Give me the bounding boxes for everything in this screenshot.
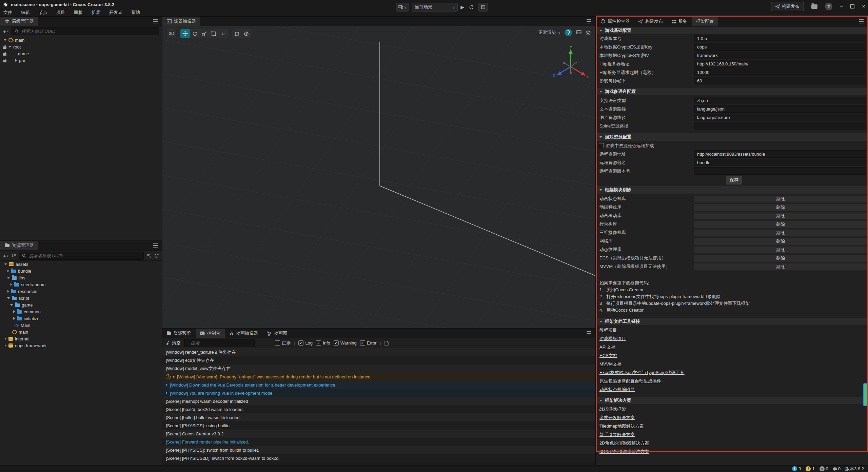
link-tutorial-project[interactable]: 教程项目 xyxy=(599,326,617,334)
reload-button[interactable] xyxy=(467,3,476,11)
tree-node-internal[interactable]: internal xyxy=(0,335,162,342)
section-module-trim[interactable]: 框架模块剔除 xyxy=(596,186,868,194)
remote-version-input[interactable] xyxy=(694,167,866,175)
tree-node-root[interactable]: root xyxy=(0,43,162,50)
trim-dynamic-texture-button[interactable]: 剔除 xyxy=(694,246,867,254)
menu-file[interactable]: 文件 xyxy=(3,9,12,16)
console-search[interactable] xyxy=(184,339,255,347)
section-doc-links[interactable]: 框架文档工具链接 xyxy=(596,318,868,325)
game-version-input[interactable] xyxy=(694,35,866,42)
tree-node-oops-framework[interactable]: oops-framework xyxy=(0,342,162,349)
menu-node[interactable]: 节点 xyxy=(39,9,47,16)
image-res-path-input[interactable] xyxy=(694,114,866,121)
link-guide[interactable]: 新手引导解决方案 xyxy=(599,431,635,439)
filter-warning-checkbox[interactable]: ✓Warning xyxy=(334,340,357,346)
chevron-down-icon[interactable] xyxy=(10,304,13,306)
languages-input[interactable] xyxy=(694,97,866,104)
expand-chevron-icon[interactable] xyxy=(166,392,167,394)
help-icon[interactable]: ? xyxy=(825,3,832,10)
tab-property-inspector[interactable]: 属性检查器 xyxy=(596,17,634,26)
chevron-down-icon[interactable] xyxy=(7,297,10,299)
link-excel-tool[interactable]: Excel格式转Json文件与TypeScript代码工具 xyxy=(599,369,685,377)
hierarchy-menu-icon[interactable] xyxy=(153,21,158,22)
tab-build-publish[interactable]: 构建发布 xyxy=(634,17,667,26)
log-file-icon[interactable] xyxy=(384,341,389,346)
chevron-down-icon[interactable] xyxy=(4,263,7,265)
tab-console[interactable]: 控制台 xyxy=(196,329,225,338)
tab-services[interactable]: 服务 xyxy=(667,17,692,26)
log-row[interactable]: [Scene] meshopt wasm decoder initialized xyxy=(162,397,595,405)
section-i18n-config[interactable]: 游戏多语言配置 xyxy=(596,88,868,95)
chevron-right-icon[interactable] xyxy=(15,59,17,62)
render-mode-dropdown[interactable]: 正常渲染 ∨ xyxy=(538,29,560,36)
tree-node-common[interactable]: common xyxy=(0,308,162,315)
mode-3d-button[interactable]: 3D xyxy=(166,29,177,38)
maximize-button[interactable] xyxy=(850,4,854,8)
chevron-down-icon[interactable] xyxy=(7,277,10,279)
tab-animation-editor[interactable]: 动画编辑器 xyxy=(225,329,262,338)
trim-effect-button[interactable]: 剔除 xyxy=(694,204,867,211)
tree-node-game-folder[interactable]: game xyxy=(0,301,162,308)
menu-developer[interactable]: 开发者 xyxy=(109,9,122,16)
tab-hierarchy[interactable]: 层级管理器 xyxy=(0,17,38,26)
assets-menu-icon[interactable] xyxy=(153,245,158,246)
log-row[interactable]: [Scene] [PHYSICS2D]: switch from box2d-w… xyxy=(162,454,595,462)
crypto-iv-input[interactable] xyxy=(694,52,866,59)
trim-animator-button[interactable]: 剔除 xyxy=(694,195,867,203)
build-publish-button[interactable]: 构建发布 xyxy=(771,2,804,11)
link-animator-editor[interactable]: 动画状态机编辑器 xyxy=(599,386,635,394)
sort-icon[interactable] xyxy=(12,253,16,258)
frame-debug-button[interactable] xyxy=(478,3,488,12)
link-api-docs[interactable]: API文档 xyxy=(599,343,615,351)
trim-network-button[interactable]: 剔除 xyxy=(694,238,867,245)
clear-console-button[interactable]: 清空 xyxy=(166,340,181,346)
status-info[interactable]: i 3 xyxy=(792,466,801,471)
tree-node-script[interactable]: script xyxy=(0,295,162,301)
move-tool-button[interactable] xyxy=(180,29,190,38)
tree-node-game[interactable]: game xyxy=(0,50,162,57)
tree-node-gui[interactable]: gui xyxy=(0,57,162,64)
lighting-toggle-button[interactable] xyxy=(565,29,572,36)
fps-input[interactable] xyxy=(694,77,866,84)
tab-asset-preview[interactable]: 资源预览 xyxy=(162,329,196,338)
tab-animation-graph[interactable]: 动画图 xyxy=(262,329,292,338)
filter-info-checkbox[interactable]: ✓Info xyxy=(316,340,330,346)
assets-search-input[interactable] xyxy=(28,253,141,259)
tree-node-main-scene[interactable]: main xyxy=(0,329,162,335)
chevron-right-icon[interactable] xyxy=(5,344,6,347)
chevron-down-icon[interactable] xyxy=(4,39,6,41)
trim-mvvm-button[interactable]: 剔除 xyxy=(694,263,867,271)
orientation-gizmo[interactable]: Y X Z xyxy=(550,46,591,86)
trim-ecs-button[interactable]: 剔除 xyxy=(694,255,867,262)
log-row-info[interactable]: [Window] Download the Vue Devtools exten… xyxy=(162,381,595,389)
console-menu-icon[interactable] xyxy=(587,333,591,334)
play-button[interactable]: ▶ xyxy=(460,4,464,10)
status-notifications[interactable]: 0 xyxy=(833,466,841,471)
tree-node-seedrandom[interactable]: seedrandom xyxy=(0,281,162,288)
filter-log-checkbox[interactable]: ✓Log xyxy=(298,340,313,346)
log-row[interactable]: [Scene] [bullet]:bullet wasm lib loaded. xyxy=(162,413,595,421)
log-row[interactable]: [Window] ecs文件夹存在 xyxy=(162,356,595,365)
http-timeout-input[interactable] xyxy=(694,68,866,76)
link-mvvm-docs[interactable]: MVVM文档 xyxy=(599,360,622,368)
remote-url-input[interactable] xyxy=(694,150,866,158)
lock-icon[interactable] xyxy=(3,60,6,62)
inspector-menu-icon[interactable] xyxy=(859,21,864,22)
link-template-project[interactable]: 游戏模板项目 xyxy=(599,335,626,343)
link-tiledmap[interactable]: Tiledmap地图解决方案 xyxy=(599,422,644,430)
chevron-right-icon[interactable] xyxy=(13,310,15,313)
scene-menu-icon[interactable] xyxy=(587,21,591,22)
scene-select-dropdown[interactable]: 当前场景 ∨ xyxy=(412,3,458,12)
log-row[interactable]: [Scene] [PHYSICS]: switch from builtin t… xyxy=(162,446,595,454)
spine-res-path-input[interactable] xyxy=(694,122,866,130)
link-ecs-docs[interactable]: ECS文档 xyxy=(599,352,617,360)
assets-search[interactable] xyxy=(19,252,144,260)
status-warning[interactable]: ! 1 xyxy=(806,466,814,471)
menu-extension[interactable]: 扩展 xyxy=(92,9,100,16)
chevron-right-icon[interactable] xyxy=(7,270,9,272)
link-2d-rpg[interactable]: 2D角色扮演游戏解决方案 xyxy=(599,439,649,447)
tab-scene-editor[interactable]: 场景编辑器 xyxy=(162,17,200,26)
link-3d-rpg[interactable]: 3D角色扮演游戏解决方案 xyxy=(599,448,649,456)
tree-node-libs[interactable]: libs xyxy=(0,274,162,281)
tree-node-resources[interactable]: resources xyxy=(0,288,162,295)
